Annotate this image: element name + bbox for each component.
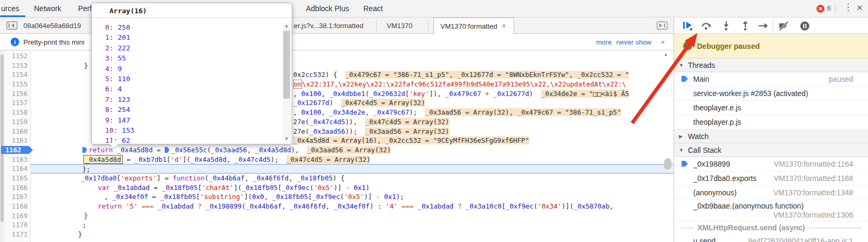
array-item[interactable]: 11: 62: [92, 135, 282, 143]
line-number[interactable]: 1156: [0, 89, 31, 99]
line-number[interactable]: 1167: [0, 192, 31, 202]
resume-script-button[interactable]: [682, 21, 693, 31]
paused-info-icon: i: [683, 41, 692, 50]
line-number[interactable]: 1162: [0, 145, 31, 155]
tab-close-icon[interactable]: ×: [502, 22, 506, 30]
array-item[interactable]: 6: 4: [92, 84, 282, 94]
open-file-panel-icon[interactable]: [657, 21, 668, 32]
array-item[interactable]: 0: 250: [92, 22, 282, 32]
scroll-up-icon[interactable]: ▲: [283, 23, 291, 28]
line-number[interactable]: 1155: [0, 80, 31, 89]
line-numbers: 1152115311541155115611571158115911601161…: [0, 51, 31, 239]
call-stack-section-header[interactable]: ▼ Call Stack: [674, 143, 868, 157]
array-preview-list: 0: 2501: 2012: 2223: 554: 95: 1106: 47: …: [92, 22, 282, 143]
tab-adblock-plus[interactable]: Adblock Plus: [306, 4, 349, 13]
step-out-button[interactable]: [740, 21, 751, 31]
code-line[interactable]: ;: [0, 220, 674, 230]
tab-react[interactable]: React: [363, 4, 383, 13]
call-stack-frame[interactable]: _0x198899VM1370:formatted:1164: [674, 157, 868, 171]
code-line[interactable]: var _0x1abdad = _0x18fb05['charAt'](_0x1…: [0, 183, 674, 193]
code-line[interactable]: }: [0, 230, 674, 239]
line-number[interactable]: 1170: [0, 220, 31, 230]
chevron-right-icon: ▶: [679, 134, 684, 139]
close-icon[interactable]: ✕: [856, 3, 863, 13]
error-count[interactable]: 6: [827, 4, 831, 12]
array-item[interactable]: 10: 153: [92, 125, 282, 135]
popup-scrollbar[interactable]: ▲ ▼: [283, 22, 291, 142]
file-tab-formatted[interactable]: er.js?v...38.1:formatted: [294, 22, 363, 30]
line-number[interactable]: 1171: [0, 230, 31, 239]
array-item[interactable]: 3: 55: [92, 53, 282, 63]
line-number[interactable]: 1152: [0, 51, 31, 61]
file-tab-hash[interactable]: 08a064e58a68d19: [23, 22, 81, 30]
never-show-link[interactable]: never show: [616, 38, 651, 46]
code-line[interactable]: _0x4a5d8d = _0xb7db1['d'](_0x4a5d8d, _0x…: [0, 155, 674, 165]
tab-separator: [376, 20, 377, 31]
thread-item[interactable]: service-worker.js #2853 (activated): [674, 87, 868, 101]
array-preview-popup: Array(16) 0: 2501: 2012: 2223: 554: 95: …: [91, 3, 292, 144]
line-number[interactable]: 1154: [0, 70, 31, 80]
array-item[interactable]: 7: 123: [92, 94, 282, 105]
watch-section-header[interactable]: ▶ Watch: [674, 129, 868, 143]
thread-item[interactable]: Mainpaused: [674, 72, 868, 87]
more-link[interactable]: more: [596, 38, 612, 46]
file-tab-vm1370[interactable]: VM1370: [387, 22, 412, 30]
debugger-sidebar: i Debugger paused ▼ Threads Mainpausedse…: [674, 34, 868, 242]
code-line[interactable]: return '5' === _0x1abdad ? _0x198899(_0x…: [0, 202, 674, 211]
line-number[interactable]: 1166: [0, 183, 31, 193]
call-stack-frame[interactable]: _0x17dba0.exportsVM1370:formatted:1168: [674, 171, 868, 186]
threads-section-header[interactable]: ▼ Threads: [674, 58, 868, 72]
line-number[interactable]: 1161: [0, 136, 31, 145]
array-item[interactable]: 4: 9: [92, 64, 282, 74]
array-preview-title: Array(16): [92, 3, 292, 18]
paused-banner-label: Debugger paused: [697, 42, 760, 50]
active-thread-arrow-icon: [682, 75, 693, 83]
code-line[interactable]: _0x17dba0['exports'] = function(_0x44b6a…: [0, 174, 674, 183]
code-line[interactable]: };: [0, 164, 674, 174]
tab-sources[interactable]: urces: [1, 4, 19, 13]
tab-performance[interactable]: Perf: [78, 4, 92, 13]
chevron-down-icon: ▼: [679, 63, 684, 68]
chevron-down-icon: ▼: [679, 148, 684, 153]
call-stack-frame[interactable]: (anonymous)VM1370:formatted:1348: [674, 186, 868, 200]
scroll-down-icon[interactable]: ▼: [283, 136, 291, 141]
array-item[interactable]: 9: 147: [92, 115, 282, 125]
array-item[interactable]: 5: 110: [92, 74, 282, 84]
line-number[interactable]: 1165: [0, 174, 31, 183]
array-item[interactable]: 8: 254: [92, 105, 282, 115]
infobar-dismiss-icon[interactable]: ×: [661, 38, 665, 46]
deactivate-breakpoints-button[interactable]: [778, 21, 789, 31]
step-button[interactable]: [758, 21, 769, 31]
line-number[interactable]: 1169: [0, 211, 31, 221]
line-number[interactable]: 1168: [0, 202, 31, 211]
editor-scroll-up-icon[interactable]: ▲: [665, 52, 667, 57]
thread-item[interactable]: theoplayer.p.js: [674, 115, 868, 129]
line-number[interactable]: 1160: [0, 127, 31, 136]
line-number[interactable]: 1153: [0, 61, 31, 71]
code-line[interactable]: }: [0, 211, 674, 221]
pause-on-exceptions-button[interactable]: [799, 21, 810, 31]
tab-network[interactable]: Network: [34, 4, 61, 13]
line-number[interactable]: 1159: [0, 117, 31, 127]
step-into-button[interactable]: [721, 21, 731, 31]
line-number[interactable]: 1158: [0, 108, 31, 117]
show-navigator-icon[interactable]: [6, 21, 18, 32]
threads-header-label: Threads: [688, 61, 715, 70]
thread-item[interactable]: theoplayer.e.js: [674, 101, 868, 115]
kebab-menu-icon[interactable]: ⋮: [844, 2, 853, 13]
array-item[interactable]: 2: 222: [92, 43, 282, 53]
step-over-button[interactable]: [701, 21, 711, 31]
line-number[interactable]: 1157: [0, 98, 31, 108]
call-stack-frame[interactable]: _0xb9baae.(anonymous function)VM1370:for…: [674, 200, 868, 221]
infobar-message: Pretty-print this mini: [23, 38, 84, 46]
call-stack-frame[interactable]: u.send8e4f72620d8041a0ff16-app.js:1: [674, 234, 868, 242]
code-line[interactable]: return _0x4a5d8d = _0x56e55c(_0x3aad56, …: [0, 145, 674, 155]
file-tab-vm1370-formatted[interactable]: VM1370:formatted ×: [433, 18, 514, 34]
code-line[interactable]: , _0x34ef0f = _0x18fb05['substring'](0x0…: [0, 192, 674, 202]
popup-scrollbar-thumb[interactable]: [283, 31, 290, 99]
line-number[interactable]: 1164: [0, 164, 31, 174]
error-badge-icon[interactable]: ✕: [816, 5, 824, 13]
editor-scrollbar-thumb[interactable]: [664, 158, 671, 170]
array-item[interactable]: 1: 201: [92, 32, 282, 42]
line-number[interactable]: 1163: [0, 155, 31, 165]
